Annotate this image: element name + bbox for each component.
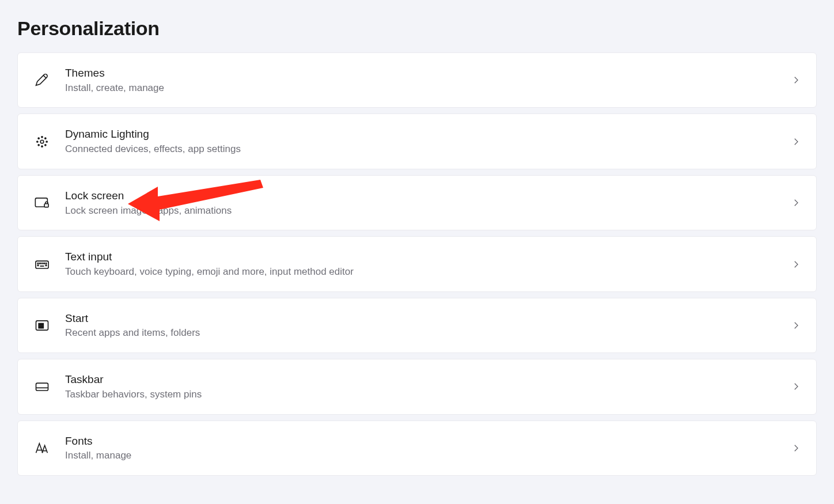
settings-row-text-input[interactable]: Text input Touch keyboard, voice typing,… xyxy=(17,236,817,291)
svg-point-1 xyxy=(41,136,43,137)
svg-rect-23 xyxy=(39,326,41,328)
chevron-right-icon xyxy=(791,198,801,208)
settings-row-taskbar[interactable]: Taskbar Taskbar behaviors, system pins xyxy=(17,359,817,414)
row-text: Start Recent apps and items, folders xyxy=(65,311,782,340)
settings-row-lock-screen[interactable]: Lock screen Lock screen images, apps, an… xyxy=(17,175,817,230)
svg-point-2 xyxy=(41,146,43,147)
svg-point-14 xyxy=(41,263,43,264)
page-title: Personalization xyxy=(17,17,817,40)
lock-screen-icon xyxy=(29,190,55,215)
chevron-right-icon xyxy=(791,137,801,147)
row-subtitle: Touch keyboard, voice typing, emoji and … xyxy=(65,265,782,279)
row-subtitle: Taskbar behaviors, system pins xyxy=(65,388,782,401)
taskbar-icon xyxy=(29,374,55,399)
svg-point-12 xyxy=(37,263,39,264)
row-text: Lock screen Lock screen images, apps, an… xyxy=(65,188,782,217)
row-title: Dynamic Lighting xyxy=(65,127,782,142)
row-subtitle: Lock screen images, apps, animations xyxy=(65,204,782,218)
row-subtitle: Install, manage xyxy=(65,449,782,463)
paintbrush-icon xyxy=(29,67,55,93)
chevron-right-icon xyxy=(791,259,801,270)
svg-rect-21 xyxy=(39,323,41,325)
svg-rect-10 xyxy=(44,204,48,207)
row-text: Taskbar Taskbar behaviors, system pins xyxy=(65,372,782,401)
svg-point-5 xyxy=(38,138,39,139)
row-title: Lock screen xyxy=(65,188,782,203)
dynamic-lighting-icon xyxy=(29,129,55,154)
chevron-right-icon xyxy=(791,381,801,392)
svg-rect-24 xyxy=(41,326,44,328)
svg-point-18 xyxy=(46,264,47,266)
row-title: Fonts xyxy=(65,434,782,449)
row-subtitle: Connected devices, effects, app settings xyxy=(65,142,782,156)
svg-rect-22 xyxy=(41,323,44,325)
settings-list: Themes Install, create, manage xyxy=(17,52,817,476)
svg-point-6 xyxy=(45,138,46,139)
row-text: Dynamic Lighting Connected devices, effe… xyxy=(65,127,782,156)
svg-point-8 xyxy=(45,144,46,145)
row-title: Text input xyxy=(65,249,782,264)
row-title: Start xyxy=(65,311,782,326)
svg-rect-25 xyxy=(36,384,48,391)
settings-row-themes[interactable]: Themes Install, create, manage xyxy=(17,52,817,108)
svg-point-7 xyxy=(38,144,39,145)
settings-row-fonts[interactable]: Fonts Install, manage xyxy=(17,420,817,476)
start-icon xyxy=(29,313,55,338)
svg-point-15 xyxy=(44,263,45,264)
chevron-right-icon xyxy=(791,443,801,453)
chevron-right-icon xyxy=(791,75,801,85)
row-text: Text input Touch keyboard, voice typing,… xyxy=(65,249,782,278)
settings-row-dynamic-lighting[interactable]: Dynamic Lighting Connected devices, effe… xyxy=(17,113,817,169)
chevron-right-icon xyxy=(791,320,801,331)
row-subtitle: Recent apps and items, folders xyxy=(65,326,782,340)
keyboard-icon xyxy=(29,252,55,277)
row-subtitle: Install, create, manage xyxy=(65,81,782,95)
svg-point-13 xyxy=(40,263,41,264)
row-title: Taskbar xyxy=(65,372,782,387)
row-title: Themes xyxy=(65,66,782,81)
row-text: Themes Install, create, manage xyxy=(65,66,782,94)
svg-point-16 xyxy=(46,263,47,264)
svg-point-4 xyxy=(46,141,47,142)
svg-point-0 xyxy=(40,140,44,143)
fonts-icon xyxy=(29,435,55,461)
row-text: Fonts Install, manage xyxy=(65,434,782,463)
svg-point-17 xyxy=(37,264,39,266)
svg-point-3 xyxy=(37,141,38,142)
settings-row-start[interactable]: Start Recent apps and items, folders xyxy=(17,298,817,353)
